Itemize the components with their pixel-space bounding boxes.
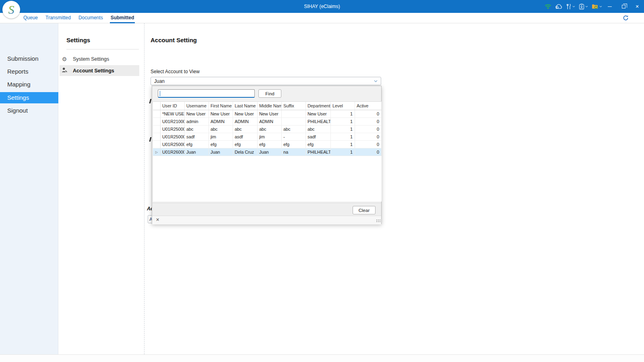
table-row[interactable]: ▷U01R26000...JuanJuanDela CruzJuannaPHIL… [153,148,382,156]
column-header-username[interactable]: Username [185,102,209,110]
table-cell: efg [282,141,306,148]
table-cell: 1 [331,133,355,140]
table-row[interactable]: U01R25000...efgefgefgefgefgefg10 [153,141,382,148]
cloud-icon[interactable] [555,4,563,9]
column-header-department[interactable]: Department [306,102,331,110]
row-selector[interactable] [153,110,161,117]
search-input[interactable] [158,89,255,98]
sidebar-item-signout[interactable]: Signout [0,105,58,116]
app-logo-icon: S [2,1,20,19]
tools-icon[interactable] [566,4,575,10]
clear-button[interactable]: Clear [353,206,376,214]
close-icon: ✕ [635,4,639,9]
panel-item-label: Account Settings [73,68,114,74]
table-cell: *NEW USER [161,110,185,117]
table-cell: ADMIN [209,118,233,125]
column-header-middle-name[interactable]: Middle Name [258,102,282,110]
table-cell: 1 [331,110,355,117]
tab-queue[interactable]: Queue [23,13,38,23]
table-cell: PHILHEALTH [306,118,331,125]
table-cell: 0 [355,118,382,125]
table-cell: 0 [355,141,382,148]
column-header-user-id[interactable]: User ID [161,102,185,110]
refresh-icon[interactable] [623,15,629,23]
table-cell: U01R25000... [161,141,185,148]
account-combobox[interactable]: Juan [151,77,381,85]
column-header-level[interactable]: Level [331,102,355,110]
settings-panel: Settings ⚙ System Settings Account Setti… [58,23,144,354]
table-cell: 1 [331,125,355,133]
table-cell: New User [306,110,331,117]
sidebar-item-reports[interactable]: Reports [0,66,58,77]
tab-documents[interactable]: Documents [78,13,103,23]
row-selector[interactable] [153,118,161,125]
row-selector[interactable]: ▷ [153,148,161,156]
minimize-button[interactable] [603,0,617,13]
column-header-active[interactable]: Active [355,102,382,110]
account-select-popup: Find User IDUsernameFirst NameLast NameM… [152,86,382,224]
table-cell: New User [233,110,258,117]
table-cell: U01R25000... [161,133,185,140]
application-window: SIHAY (eClaims) ✕ [0,0,644,362]
restore-icon [622,5,625,8]
close-button[interactable]: ✕ [630,0,644,13]
text-caret [160,91,160,96]
tray-icon-area [545,0,602,13]
sidebar-item-submission[interactable]: Submission [0,53,58,64]
resize-grip[interactable] [376,219,380,223]
table-cell: efg [185,141,209,148]
table-cell: Juan [185,148,209,156]
sidebar-item-settings[interactable]: Settings [0,92,58,103]
accounts-grid: User IDUsernameFirst NameLast NameMiddle… [153,101,382,202]
tab-transmitted[interactable]: Transmitted [45,13,71,23]
table-cell: jim [258,133,282,140]
table-row[interactable]: *NEW USERNew UserNew UserNew UserNew Use… [153,110,382,118]
table-cell: jim [209,133,233,140]
table-cell: 0 [355,110,382,117]
tab-submitted[interactable]: Submitted [111,13,134,23]
grid-header-row: User IDUsernameFirst NameLast NameMiddle… [153,102,382,110]
table-cell [282,110,306,117]
column-header-last-name[interactable]: Last Name [233,102,258,110]
find-button[interactable]: Find [258,89,281,98]
clipped-label-fragment [149,137,152,142]
column-header-first-name[interactable]: First Name [209,102,233,110]
grid-body: *NEW USERNew UserNew UserNew UserNew Use… [153,110,382,156]
table-cell: abc [306,125,331,133]
user-edit-icon [60,67,69,74]
table-cell: U01R21000... [161,118,185,125]
sidebar-item-mapping[interactable]: Mapping [0,79,58,90]
clipboard-icon[interactable] [579,4,588,10]
table-cell: 0 [355,148,382,156]
table-cell: efg [306,141,331,148]
table-row[interactable]: U01R21000...adminADMINADMINADMINPHILHEAL… [153,118,382,125]
page-title: Account Setting [151,37,197,43]
table-row[interactable]: U01R25000...abcabcabcabcabcabc10 [153,125,382,133]
row-selector-header[interactable] [153,102,161,110]
close-popup-icon[interactable]: ✕ [156,217,159,222]
table-cell: sadf [185,133,209,140]
table-cell: 0 [355,125,382,133]
table-cell: abc [282,125,306,133]
column-header-suffix[interactable]: Suffix [282,102,306,110]
select-account-label: Select Account to View [151,69,200,74]
table-cell: Dela Cruz [233,148,258,156]
sync-folder-icon[interactable] [592,4,602,9]
restore-button[interactable] [617,0,630,13]
table-cell: New User [209,110,233,117]
chevron-down-icon [572,6,575,8]
chevron-down-icon [599,6,602,8]
settings-panel-title: Settings [66,37,90,43]
panel-item-system-settings[interactable]: ⚙ System Settings [60,53,139,64]
table-cell: admin [185,118,209,125]
row-selector[interactable] [153,133,161,140]
row-selector[interactable] [153,125,161,133]
table-row[interactable]: U01R25000...sadfjimasdfjim-sadf10 [153,133,382,141]
panel-item-account-settings[interactable]: Account Settings [60,65,139,76]
wifi-icon[interactable] [545,4,551,9]
app-logo: S [2,1,20,19]
table-cell: na [282,148,306,156]
row-selector[interactable] [153,141,161,148]
table-cell: asdf [233,133,258,140]
clipped-label-fragment [149,99,152,103]
